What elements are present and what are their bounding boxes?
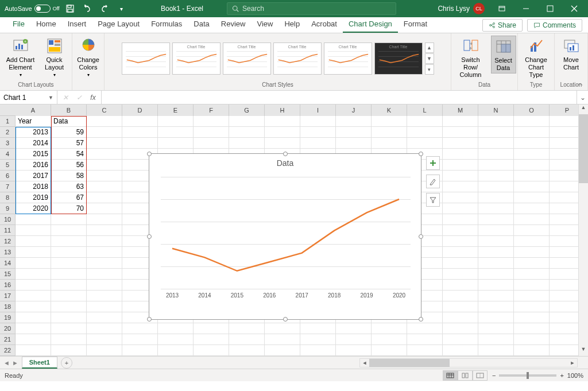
- chart-elements-button[interactable]: [426, 156, 440, 170]
- cell-A15[interactable]: [16, 269, 51, 280]
- sheet-tab-sheet1[interactable]: Sheet1: [22, 357, 57, 369]
- chart-style-2[interactable]: Chart Title: [172, 42, 220, 75]
- expand-formula-bar-icon[interactable]: ⌄: [577, 91, 588, 104]
- cell-N8[interactable]: [478, 192, 514, 203]
- col-header-F[interactable]: F: [194, 104, 229, 116]
- cell-C9[interactable]: [87, 203, 122, 214]
- cell-D21[interactable]: [122, 334, 158, 345]
- cell-D1[interactable]: [122, 116, 158, 127]
- cell-C19[interactable]: [87, 312, 122, 323]
- row-header-19[interactable]: 19: [0, 312, 16, 323]
- cell-M22[interactable]: [443, 345, 478, 356]
- cell-A4[interactable]: 2015: [16, 149, 51, 160]
- user-account[interactable]: Chris Lysy CL: [438, 3, 485, 14]
- zoom-out-icon[interactable]: −: [492, 372, 496, 379]
- cell-O1[interactable]: [514, 116, 550, 127]
- cell-N3[interactable]: [478, 138, 514, 149]
- col-header-B[interactable]: B: [51, 104, 87, 116]
- chart-style-4[interactable]: Chart Title: [273, 42, 322, 75]
- cell-O6[interactable]: [514, 171, 550, 181]
- cell-M6[interactable]: [443, 171, 478, 181]
- cell-K20[interactable]: [372, 323, 407, 334]
- save-icon[interactable]: [63, 2, 77, 16]
- cell-C14[interactable]: [87, 258, 122, 269]
- cell-N13[interactable]: [478, 247, 514, 258]
- cell-H3[interactable]: [265, 138, 300, 149]
- ribbon-display-icon[interactable]: [490, 0, 513, 17]
- cell-O18[interactable]: [514, 301, 550, 312]
- cell-M18[interactable]: [443, 301, 478, 312]
- tab-view[interactable]: View: [251, 17, 278, 33]
- cell-B18[interactable]: [51, 301, 87, 312]
- minimize-icon[interactable]: [514, 0, 537, 17]
- cell-C3[interactable]: [87, 138, 122, 149]
- cell-B12[interactable]: [51, 236, 87, 247]
- cell-M9[interactable]: [443, 203, 478, 214]
- cell-B4[interactable]: 54: [51, 149, 87, 160]
- cell-M4[interactable]: [443, 149, 478, 160]
- cell-E1[interactable]: [158, 116, 194, 127]
- cell-M5[interactable]: [443, 160, 478, 171]
- cell-C13[interactable]: [87, 247, 122, 258]
- chart-style-6[interactable]: Chart Title: [374, 42, 423, 75]
- cell-I1[interactable]: [300, 116, 336, 127]
- row-header-14[interactable]: 14: [0, 258, 16, 269]
- row-header-2[interactable]: 2: [0, 127, 16, 138]
- cell-M2[interactable]: [443, 127, 478, 138]
- maximize-icon[interactable]: [539, 0, 562, 17]
- cell-L2[interactable]: [407, 127, 443, 138]
- cell-N10[interactable]: [478, 214, 514, 225]
- cell-G21[interactable]: [229, 334, 265, 345]
- cell-M13[interactable]: [443, 247, 478, 258]
- fx-icon[interactable]: fx: [87, 94, 99, 102]
- row-header-8[interactable]: 8: [0, 192, 16, 203]
- cell-K22[interactable]: [372, 345, 407, 356]
- cell-N11[interactable]: [478, 225, 514, 236]
- cell-C16[interactable]: [87, 280, 122, 291]
- close-icon[interactable]: [563, 0, 586, 17]
- cell-O4[interactable]: [514, 149, 550, 160]
- change-chart-type-button[interactable]: Change Chart Type: [520, 36, 552, 80]
- autosave-toggle[interactable]: AutoSave Off: [5, 5, 60, 13]
- cell-F3[interactable]: [194, 138, 229, 149]
- chart-title[interactable]: Data: [149, 158, 421, 168]
- tab-format[interactable]: Format: [398, 17, 433, 33]
- cell-N22[interactable]: [478, 345, 514, 356]
- cell-O16[interactable]: [514, 280, 550, 291]
- row-header-12[interactable]: 12: [0, 236, 16, 247]
- cell-O19[interactable]: [514, 312, 550, 323]
- row-header-18[interactable]: 18: [0, 301, 16, 312]
- chart-style-5[interactable]: Chart Title: [324, 42, 372, 75]
- cell-M1[interactable]: [443, 116, 478, 127]
- embedded-chart[interactable]: Data 20132014201520162017201820192020: [149, 153, 421, 320]
- cell-F1[interactable]: [194, 116, 229, 127]
- cell-N6[interactable]: [478, 171, 514, 181]
- cell-B22[interactable]: [51, 345, 87, 356]
- row-header-4[interactable]: 4: [0, 149, 16, 160]
- cell-N12[interactable]: [478, 236, 514, 247]
- gallery-nav-btn[interactable]: ▾: [425, 64, 434, 75]
- cell-J1[interactable]: [336, 116, 372, 127]
- cell-M17[interactable]: [443, 291, 478, 301]
- cell-O21[interactable]: [514, 334, 550, 345]
- cell-N18[interactable]: [478, 301, 514, 312]
- cell-B20[interactable]: [51, 323, 87, 334]
- col-header-L[interactable]: L: [407, 104, 443, 116]
- cell-C10[interactable]: [87, 214, 122, 225]
- zoom-level[interactable]: 100%: [567, 372, 583, 379]
- cell-J3[interactable]: [336, 138, 372, 149]
- vertical-scrollbar[interactable]: ▲ ▼: [578, 104, 588, 356]
- change-colors-button[interactable]: Change Colors▾: [75, 36, 102, 79]
- row-header-15[interactable]: 15: [0, 269, 16, 280]
- cell-N4[interactable]: [478, 149, 514, 160]
- cell-G20[interactable]: [229, 323, 265, 334]
- sheet-nav[interactable]: ◄►: [0, 359, 22, 366]
- select-data-button[interactable]: Select Data: [491, 36, 516, 73]
- cell-L22[interactable]: [407, 345, 443, 356]
- cell-N5[interactable]: [478, 160, 514, 171]
- row-header-13[interactable]: 13: [0, 247, 16, 258]
- cell-C2[interactable]: [87, 127, 122, 138]
- normal-view-icon[interactable]: [443, 370, 458, 381]
- cell-I22[interactable]: [300, 345, 336, 356]
- tab-acrobat[interactable]: Acrobat: [305, 17, 343, 33]
